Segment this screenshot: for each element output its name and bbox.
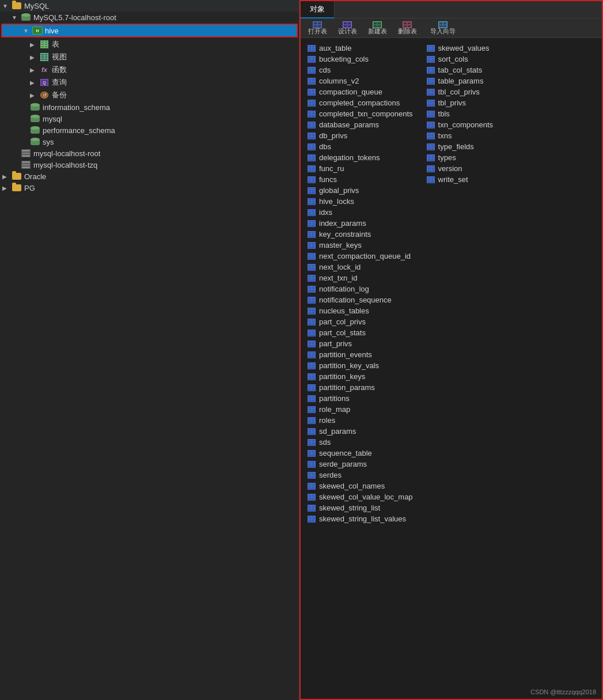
tree-label: performance_schema <box>43 126 115 135</box>
table-row[interactable]: sds <box>301 437 420 448</box>
tree-label: MySQL5.7-localhost-root <box>33 13 116 22</box>
table-row[interactable]: txns <box>420 130 500 141</box>
tab-objects[interactable]: 对象 <box>301 1 335 18</box>
tree-mysql-tzq[interactable]: mysql-localhost-tzq <box>0 159 299 171</box>
table-row[interactable]: notification_log <box>301 283 420 294</box>
tree-oracle[interactable]: ▶ Oracle <box>0 171 299 182</box>
tree-label: PG <box>24 184 35 192</box>
table-row[interactable]: part_privs <box>301 338 420 349</box>
table-row[interactable]: role_map <box>301 404 420 415</box>
table-row[interactable]: partition_params <box>301 382 420 393</box>
table-row[interactable]: type_fields <box>420 141 500 152</box>
delete-table-button[interactable]: 删除表 <box>393 20 422 37</box>
table-row[interactable]: tbl_privs <box>420 97 500 108</box>
tree-pg[interactable]: ▶ PG <box>0 182 299 194</box>
tree-mysql-root2[interactable]: mysql-localhost-root <box>0 147 299 159</box>
table-row[interactable]: db_privs <box>301 130 420 141</box>
server2-icon <box>21 160 31 169</box>
table-row[interactable]: skewed_string_list <box>301 502 420 513</box>
tree-view-group[interactable]: ▶ 视图 <box>0 51 299 63</box>
func-icon: fx <box>39 65 50 74</box>
arrow-icon: ▶ <box>30 54 39 60</box>
table-row[interactable]: nucleus_tables <box>301 305 420 316</box>
table-row[interactable]: sort_cols <box>420 54 500 65</box>
table-row[interactable]: master_keys <box>301 240 420 251</box>
table-row[interactable]: columns_v2 <box>301 75 420 86</box>
arrow-icon: ▶ <box>30 80 39 86</box>
import-wizard-button[interactable]: 导入向导 <box>423 20 463 37</box>
folder-oracle-icon <box>12 172 22 181</box>
table-row[interactable]: compaction_queue <box>301 86 420 97</box>
table-row[interactable]: write_set <box>420 174 500 185</box>
arrow-icon: ▶ <box>30 67 39 73</box>
tree-mysql-db[interactable]: mysql <box>0 113 299 124</box>
table-row[interactable]: skewed_col_names <box>301 480 420 491</box>
db-icon <box>30 137 40 146</box>
table-row[interactable]: idxs <box>301 207 420 218</box>
table-row[interactable]: sd_params <box>301 426 420 437</box>
table-row[interactable]: global_privs <box>301 185 420 196</box>
table-row[interactable]: dbs <box>301 141 420 152</box>
table-row[interactable]: partition_key_vals <box>301 360 420 371</box>
open-table-button[interactable]: 打开表 <box>303 20 332 37</box>
table-row[interactable]: part_col_stats <box>301 327 420 338</box>
folder-pg-icon <box>12 183 22 192</box>
table-row[interactable]: serdes <box>301 470 420 480</box>
table-row[interactable]: skewed_values <box>420 43 500 54</box>
tree-func-group[interactable]: ▶ fx 函数 <box>0 63 299 76</box>
table-row[interactable]: serde_params <box>301 459 420 470</box>
tree-mysql-root[interactable]: ▼ MySQL <box>0 0 299 12</box>
hive-icon: H <box>32 26 43 35</box>
table-row[interactable]: skewed_col_value_loc_map <box>301 491 420 502</box>
view-group-icon <box>39 52 50 62</box>
tree-table-group[interactable]: ▶ 表 <box>0 38 299 51</box>
design-table-button[interactable]: 设计表 <box>333 20 362 37</box>
server-icon <box>21 13 31 22</box>
table-row[interactable]: sequence_table <box>301 448 420 459</box>
tree-mysql57[interactable]: ▼ MySQL5.7-localhost-root <box>0 12 299 23</box>
table-list: aux_tablebucketing_colscdscolumns_v2comp… <box>301 38 602 699</box>
table-row[interactable]: database_params <box>301 119 420 130</box>
table-row[interactable]: delegation_tokens <box>301 152 420 163</box>
table-row[interactable]: table_params <box>420 75 500 86</box>
table-row[interactable]: funcs <box>301 174 420 185</box>
new-table-button[interactable]: 新建表 <box>363 20 392 37</box>
tree-hive[interactable]: ▼ H hive <box>1 24 298 37</box>
table-row[interactable]: part_col_privs <box>301 316 420 327</box>
table-row[interactable]: tbl_col_privs <box>420 86 500 97</box>
tree-query-group[interactable]: ▶ Q 查询 <box>0 76 299 89</box>
tree-label: mysql <box>43 115 62 123</box>
table-row[interactable]: notification_sequence <box>301 294 420 305</box>
table-row[interactable]: version <box>420 163 500 174</box>
table-row[interactable]: skewed_string_list_values <box>301 513 420 524</box>
table-row[interactable]: types <box>420 152 500 163</box>
tree-info-schema[interactable]: information_schema <box>0 101 299 113</box>
table-row[interactable]: txn_components <box>420 119 500 130</box>
table-row[interactable]: index_params <box>301 218 420 229</box>
table-row[interactable]: tab_col_stats <box>420 65 500 75</box>
tree-backup-group[interactable]: ▶ ↺ 备份 <box>0 89 299 101</box>
table-row[interactable]: partition_events <box>301 349 420 360</box>
right-panel: 对象 打开表 设计表 新建表 删除表 导入向导 aux_tablebucketi… <box>299 0 603 700</box>
table-row[interactable]: completed_txn_components <box>301 108 420 119</box>
tree-sys-db[interactable]: sys <box>0 136 299 147</box>
tree-label: 函数 <box>52 65 67 75</box>
tree-perf-schema[interactable]: performance_schema <box>0 124 299 136</box>
table-row[interactable]: next_compaction_queue_id <box>301 251 420 262</box>
table-row[interactable]: tbls <box>420 108 500 119</box>
table-row[interactable]: cds <box>301 65 420 75</box>
db-icon <box>30 126 40 135</box>
db-icon <box>30 103 40 112</box>
server2-icon <box>21 149 31 158</box>
table-row[interactable]: aux_table <box>301 43 420 54</box>
table-row[interactable]: func_ru <box>301 163 420 174</box>
table-row[interactable]: bucketing_cols <box>301 54 420 65</box>
table-row[interactable]: hive_locks <box>301 196 420 207</box>
table-row[interactable]: next_lock_id <box>301 262 420 273</box>
table-row[interactable]: partitions <box>301 393 420 404</box>
table-row[interactable]: partition_keys <box>301 371 420 382</box>
table-row[interactable]: completed_compactions <box>301 97 420 108</box>
table-row[interactable]: next_txn_id <box>301 273 420 283</box>
table-row[interactable]: key_constraints <box>301 229 420 240</box>
table-row[interactable]: roles <box>301 415 420 426</box>
